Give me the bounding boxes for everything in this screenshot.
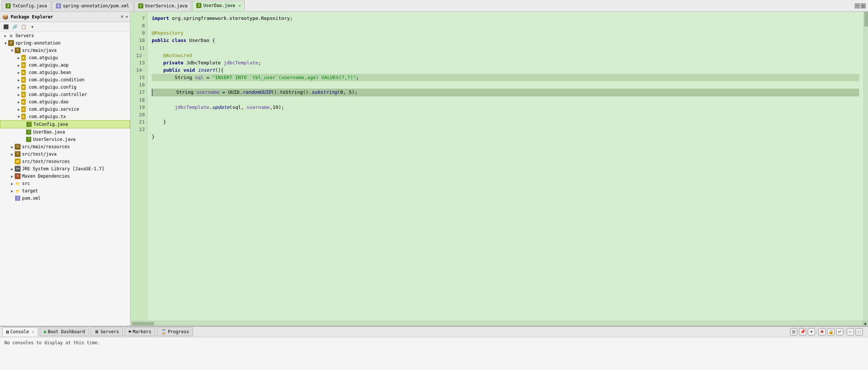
pkg-icon: ⊞ [21, 106, 27, 112]
tree-item-com-atguigu[interactable]: ▶ ⊞ com.atguigu [0, 54, 130, 61]
toolbar-separator [817, 329, 817, 335]
tree-item-com-atguigu-dao[interactable]: ▶ ⊞ com.atguigu.dao [0, 98, 130, 106]
h-scroll-thumb[interactable] [132, 322, 154, 325]
tab-label: UserService.java [145, 3, 188, 8]
tab-UserDao[interactable]: J UserDao.java ✕ [192, 1, 245, 11]
sidebar-menu-icon[interactable]: ▽ [121, 14, 123, 19]
tree-item-com-atguigu-tx[interactable]: ▼ ⊞ com.atguigu.tx [0, 113, 130, 120]
maximize-panel-button[interactable]: □ [856, 328, 863, 335]
tree-item-maven-dependencies[interactable]: ▶ M Maven Dependencies [0, 172, 130, 180]
tree-item-UserService[interactable]: J UserService.java [0, 136, 130, 143]
tree-label: src/main/java [22, 48, 57, 53]
tree-item-com-atguigu-config[interactable]: ▶ ⊞ com.atguigu.config [0, 83, 130, 91]
tab-servers[interactable]: 🖥 Servers [90, 327, 123, 336]
tree-item-target[interactable]: ▶ 📁 target [0, 187, 130, 195]
tab-label: UserDao.java [203, 3, 235, 8]
scroll-right-btn[interactable]: ▶ [863, 321, 868, 326]
tab-boot-dashboard[interactable]: ● Boot Dashboard [40, 327, 89, 336]
pkg-icon: ⊞ [21, 55, 27, 61]
minimize-button[interactable]: ─ [855, 3, 860, 8]
word-wrap-button[interactable]: ↵ [836, 328, 843, 335]
tab-pom-xml[interactable]: X spring-annotation/pom.xml [52, 1, 133, 11]
folder-icon: 📁 [15, 181, 21, 186]
pin-console-button[interactable]: 📌 [799, 328, 806, 335]
scroll-lock-button[interactable]: 🔒 [827, 328, 835, 335]
package-presentation-button[interactable]: 📋 [20, 23, 27, 31]
view-menu-button[interactable]: ▾ [29, 23, 36, 31]
pkg-icon: ⊞ [21, 77, 27, 83]
tree-item-com-atguigu-condition[interactable]: ▶ ⊞ com.atguigu.condition [0, 76, 130, 83]
maven-icon: M [15, 173, 21, 179]
bottom-panel: ▤ Console ✕ ● Boot Dashboard 🖥 Servers ⚑… [0, 326, 868, 370]
tree-item-src-test-resources[interactable]: 📁 src/test/resources [0, 158, 130, 165]
src-icon: S [15, 151, 21, 157]
open-console-button[interactable]: ⊞ [790, 328, 797, 335]
tree-arrow: ▶ [10, 182, 15, 186]
tree-item-com-atguigu-service[interactable]: ▶ ⊞ com.atguigu.service [0, 106, 130, 113]
tree-arrow: ▶ [16, 78, 21, 82]
tree-label: JRE System Library [JavaSE-1.7] [22, 166, 104, 171]
minimize-panel-button[interactable]: ─ [847, 328, 854, 335]
sidebar-toolbar: ⬛ 🔗 📋 ▾ [0, 22, 130, 32]
code-container[interactable]: 7 8 9 10 11 12- 13 14- 15 16 17 18 19 20… [130, 12, 868, 321]
tree-label: src/test/java [22, 152, 57, 157]
tree-label: Servers [15, 33, 34, 38]
bottom-toolbar: ⊞ 📌 ▾ ✖ 🔒 ↵ ─ □ [790, 328, 866, 335]
tree-item-pom-xml[interactable]: X pom.xml [0, 195, 130, 202]
tab-close-icon[interactable]: ✕ [238, 3, 241, 8]
line-numbers: 7 8 9 10 11 12- 13 14- 15 16 17 18 19 20… [130, 12, 147, 321]
pkg-icon: ⊞ [21, 62, 27, 68]
project-icon: P [8, 40, 14, 46]
console-content: No consoles to display at this time. [0, 337, 868, 370]
tree-item-UserDao[interactable]: J UserDao.java [0, 128, 130, 136]
tree-arrow: ▶ [16, 71, 21, 75]
java-icon: J [138, 3, 143, 8]
tree-item-src-test-java[interactable]: ▶ S src/test/java [0, 150, 130, 158]
console-options-button[interactable]: ▾ [808, 328, 815, 335]
tree-item-spring-annotation[interactable]: ▼ P spring-annotation [0, 39, 130, 47]
tree-item-jre-system-library[interactable]: ▶ JRE JRE System Library [JavaSE-1.7] [0, 165, 130, 172]
clear-console-button[interactable]: ✖ [818, 328, 826, 335]
tree-item-servers[interactable]: ▶ 🖥 Servers [0, 32, 130, 39]
tab-markers[interactable]: ⚑ Markers [125, 327, 155, 336]
link-with-editor-button[interactable]: 🔗 [11, 23, 18, 31]
code-text[interactable]: import org.springframework.stereotype.Re… [147, 12, 864, 321]
src-icon: S [15, 144, 21, 150]
tab-TxConfig[interactable]: J TxConfig.java [1, 1, 51, 11]
progress-icon: ⌛ [161, 329, 166, 334]
collapse-all-button[interactable]: ⬛ [2, 23, 10, 31]
tab-close-icon[interactable]: ✕ [32, 330, 34, 334]
tab-label: TxConfig.java [12, 3, 47, 8]
tree-item-src-main-resources[interactable]: ▶ S src/main/resources [0, 143, 130, 150]
java-file-icon: J [26, 136, 32, 142]
tree-arrow: ▶ [16, 100, 21, 104]
src-icon: S [15, 47, 21, 53]
tree-arrow: ▶ [3, 34, 8, 38]
tab-progress[interactable]: ⌛ Progress [157, 327, 193, 336]
scroll-thumb[interactable] [864, 12, 868, 26]
sidebar-close-icon[interactable]: ✕ [125, 14, 128, 19]
tab-console[interactable]: ▤ Console ✕ [2, 327, 38, 336]
tree-label: com.atguigu.aop [29, 63, 68, 68]
tree-item-com-atguigu-bean[interactable]: ▶ ⊞ com.atguigu.bean [0, 69, 130, 76]
tree-item-com-atguigu-controller[interactable]: ▶ ⊞ com.atguigu.controller [0, 91, 130, 98]
tree-item-com-atguigu-aop[interactable]: ▶ ⊞ com.atguigu.aop [0, 61, 130, 69]
tree-item-TxConfig[interactable]: J TxConfig.java [0, 120, 130, 128]
pkg-icon: ⊞ [21, 70, 27, 75]
java-file-icon: J [26, 121, 32, 127]
package-explorer-panel: 📦 Package Explorer ▽ ✕ ⬛ 🔗 📋 ▾ ▶ 🖥 Serve… [0, 12, 130, 326]
tree-arrow: ▶ [10, 189, 15, 193]
tree-label: com.atguigu.config [29, 85, 76, 90]
tab-UserService[interactable]: J UserService.java [134, 1, 192, 11]
java-icon: J [6, 3, 11, 8]
main-area: 📦 Package Explorer ▽ ✕ ⬛ 🔗 📋 ▾ ▶ 🖥 Serve… [0, 12, 868, 326]
tree-item-src[interactable]: ▶ 📁 src [0, 180, 130, 187]
xml-file-icon: X [15, 195, 21, 201]
sidebar-title: Package Explorer [11, 14, 119, 19]
tab-label: Markers [133, 329, 151, 334]
tree-item-src-main-java[interactable]: ▼ S src/main/java [0, 47, 130, 54]
vertical-scrollbar[interactable] [864, 12, 868, 321]
horizontal-scrollbar[interactable]: ▶ [130, 321, 868, 326]
maximize-button[interactable]: □ [861, 3, 866, 8]
folder-icon: 📁 [15, 188, 21, 194]
